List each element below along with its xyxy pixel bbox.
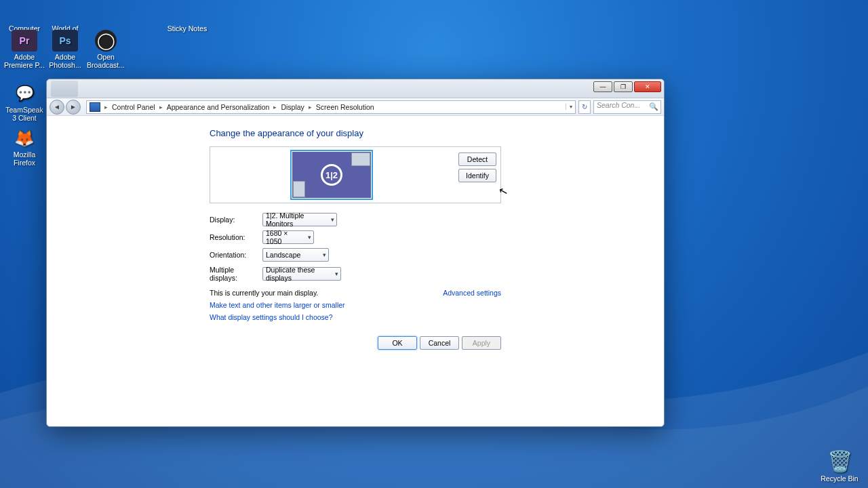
display-label: Display: [210,216,262,224]
page-heading: Change the appearance of your display [210,128,508,138]
desktop-icon-sticky-notes[interactable]: Sticky Notes [167,0,208,41]
multiple-displays-dropdown[interactable]: Duplicate these displays [262,267,341,281]
monitor-number: 1|2 [321,164,342,186]
display-help-link[interactable]: What display settings should I choose? [210,313,508,321]
search-input[interactable]: Search Con... 🔍 [593,100,661,114]
crumb-display[interactable]: Display [278,103,307,111]
monitor-preview[interactable]: 1|2 [290,150,373,200]
crumb-control-panel[interactable]: Control Panel [109,103,158,111]
address-bar[interactable]: ▸ Control Panel ▸ Appearance and Persona… [86,100,576,114]
minimize-button[interactable]: — [593,81,612,92]
orientation-label: Orientation: [210,251,262,259]
control-panel-icon [90,102,100,112]
recycle-bin[interactable]: 🗑️ Recycle Bin [819,449,860,483]
resolution-label: Resolution: [210,233,262,241]
display-preview: 1|2 Detect Identify [210,146,501,203]
main-display-text: This is currently your main display. [210,289,318,297]
desktop-icon-premiere[interactable]: PrAdobe Premiere P... [4,28,45,69]
desktop: Computer World of Tanks Sticky Notes PrA… [0,0,868,488]
desktop-icon-photoshop[interactable]: PsAdobe Photosh... [45,28,85,69]
cancel-button[interactable]: Cancel [420,336,459,350]
refresh-button[interactable]: ↻ [578,100,591,114]
crumb-appearance[interactable]: Appearance and Personalization [164,103,273,111]
maximize-button[interactable]: ❐ [614,81,633,92]
address-dropdown[interactable]: ▾ [566,104,575,110]
display-dropdown[interactable]: 1|2. Multiple Monitors [262,213,337,226]
navbar: ◄ ► ▸ Control Panel ▸ Appearance and Per… [47,98,664,116]
desktop-icon-teamspeak[interactable]: 💬TeamSpeak 3 Client [4,83,45,122]
nav-forward-button[interactable]: ► [66,100,81,115]
text-size-link[interactable]: Make text and other items larger or smal… [210,301,508,309]
titlebar[interactable]: — ❐ ✕ [47,79,664,98]
nav-back-button[interactable]: ◄ [50,100,64,115]
desktop-icon-obs[interactable]: ◯Open Broadcast... [85,28,126,69]
apply-button: Apply [462,336,501,350]
orientation-dropdown[interactable]: Landscape [262,248,329,262]
advanced-settings-link[interactable]: Advanced settings [443,289,501,297]
search-icon: 🔍 [649,102,658,111]
crumb-screen-resolution[interactable]: Screen Resolution [313,103,377,111]
desktop-icon-firefox[interactable]: 🦊Mozilla Firefox [4,127,45,167]
content-area: Change the appearance of your display 1|… [47,116,664,426]
detect-button[interactable]: Detect [458,152,496,166]
resolution-dropdown[interactable]: 1680 × 1050 [262,230,314,244]
close-button[interactable]: ✕ [634,81,661,92]
control-panel-window: — ❐ ✕ ◄ ► ▸ Control Panel ▸ Appearance a… [46,79,665,427]
multiple-displays-label: Multiple displays: [210,266,262,282]
identify-button[interactable]: Identify [458,169,496,182]
ok-button[interactable]: OK [378,336,417,350]
